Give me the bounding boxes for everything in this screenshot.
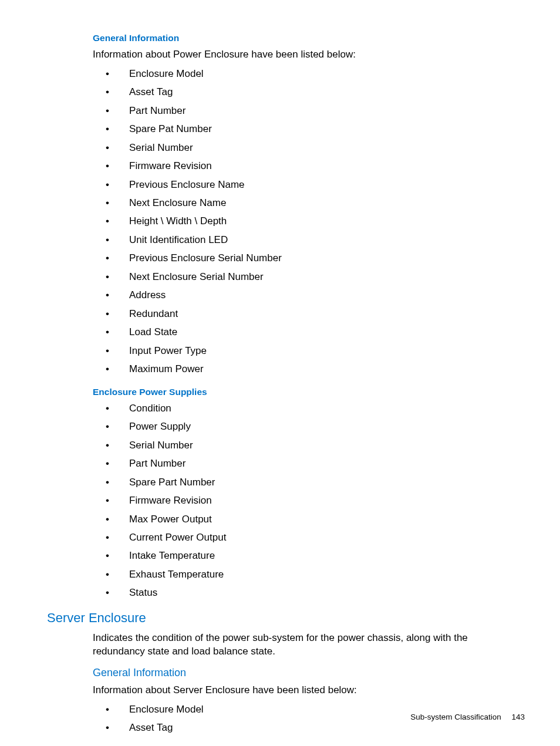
list-item: Max Power Output bbox=[93, 513, 525, 526]
list-enclosure-power-supplies: ConditionPower SupplySerial NumberPart N… bbox=[93, 402, 525, 600]
list-item: Condition bbox=[93, 402, 525, 416]
intro-general-information-2: Information about Server Enclosure have … bbox=[93, 684, 525, 697]
heading-general-information-2: General Information bbox=[93, 667, 525, 679]
list-item: Next Enclosure Name bbox=[93, 197, 525, 210]
list-item: Next Enclosure Serial Number bbox=[93, 271, 525, 284]
list-item: Part Number bbox=[93, 104, 525, 118]
page-footer: Sub-system Classification 143 bbox=[410, 713, 525, 721]
list-item: Height \ Width \ Depth bbox=[93, 215, 525, 228]
list-item: Firmware Revision bbox=[93, 494, 525, 508]
footer-page-number: 143 bbox=[511, 713, 525, 721]
heading-enclosure-power-supplies: Enclosure Power Supplies bbox=[93, 387, 525, 397]
list-item: Maximum Power bbox=[93, 363, 525, 376]
list-item: Previous Enclosure Name bbox=[93, 178, 525, 192]
list-item: Address bbox=[93, 289, 525, 302]
intro-general-information-1: Information about Power Enclosure have b… bbox=[93, 48, 525, 62]
list-item: Unit Identification LED bbox=[93, 234, 525, 247]
description-server-enclosure: Indicates the condition of the power sub… bbox=[93, 632, 525, 659]
list-item: Serial Number bbox=[93, 439, 525, 453]
list-item: Spare Pat Number bbox=[93, 123, 525, 136]
list-item: Exhaust Temperature bbox=[93, 568, 525, 582]
heading-general-information-1: General Information bbox=[93, 33, 525, 43]
list-item: Status bbox=[93, 586, 525, 600]
list-item: Asset Tag bbox=[93, 86, 525, 99]
list-item: Current Power Output bbox=[93, 531, 525, 545]
list-item: Input Power Type bbox=[93, 345, 525, 358]
list-item: Previous Enclosure Serial Number bbox=[93, 252, 525, 265]
list-item: Redundant bbox=[93, 308, 525, 321]
list-general-information-1: Enclosure ModelAsset TagPart NumberSpare… bbox=[93, 67, 525, 376]
heading-server-enclosure: Server Enclosure bbox=[47, 610, 525, 626]
list-item: Asset Tag bbox=[93, 721, 525, 735]
list-item: Intake Temperature bbox=[93, 549, 525, 563]
list-item: Load State bbox=[93, 326, 525, 339]
list-item: Enclosure Model bbox=[93, 67, 525, 81]
list-item: Part Number bbox=[93, 457, 525, 471]
list-item: Firmware Revision bbox=[93, 160, 525, 173]
list-item: Power Supply bbox=[93, 420, 525, 434]
list-item: Spare Part Number bbox=[93, 476, 525, 490]
list-item: Serial Number bbox=[93, 141, 525, 155]
footer-label: Sub-system Classification bbox=[410, 713, 501, 721]
